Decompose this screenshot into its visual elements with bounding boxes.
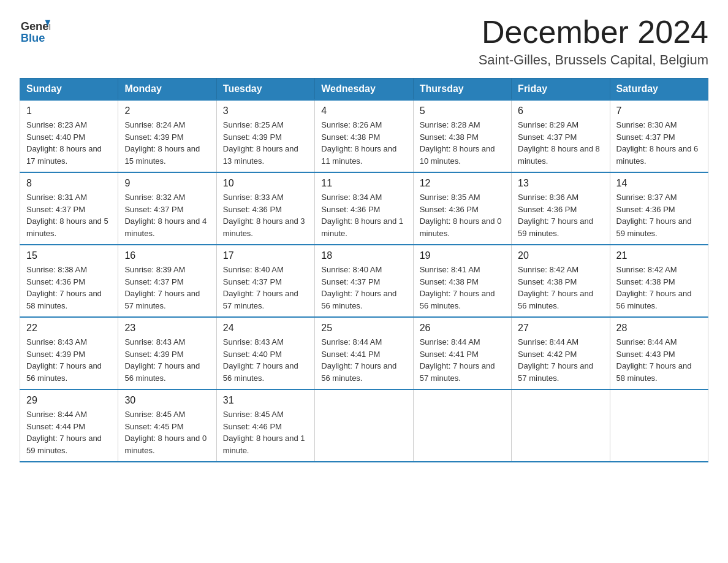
calendar-week-row: 8 Sunrise: 8:31 AMSunset: 4:37 PMDayligh… [20, 172, 708, 245]
calendar-table: SundayMondayTuesdayWednesdayThursdayFrid… [20, 78, 708, 462]
day-info: Sunrise: 8:43 AMSunset: 4:40 PMDaylight:… [223, 337, 298, 383]
calendar-cell: 17 Sunrise: 8:40 AMSunset: 4:37 PMDaylig… [216, 245, 314, 317]
month-title: December 2024 [479, 15, 708, 50]
day-number: 21 [616, 250, 702, 261]
calendar-cell: 18 Sunrise: 8:40 AMSunset: 4:37 PMDaylig… [315, 245, 413, 317]
day-number: 30 [124, 395, 210, 406]
calendar-cell: 9 Sunrise: 8:32 AMSunset: 4:37 PMDayligh… [118, 172, 216, 245]
day-info: Sunrise: 8:31 AMSunset: 4:37 PMDaylight:… [26, 193, 108, 238]
day-number: 3 [223, 105, 308, 117]
day-number: 20 [518, 250, 603, 261]
day-number: 6 [518, 105, 603, 117]
day-info: Sunrise: 8:24 AMSunset: 4:39 PMDaylight:… [124, 120, 200, 166]
day-number: 29 [26, 395, 112, 406]
day-info: Sunrise: 8:34 AMSunset: 4:36 PMDaylight:… [321, 193, 403, 238]
day-number: 9 [124, 178, 210, 189]
calendar-cell: 15 Sunrise: 8:38 AMSunset: 4:36 PMDaylig… [20, 245, 118, 317]
calendar-cell: 13 Sunrise: 8:36 AMSunset: 4:36 PMDaylig… [512, 172, 610, 245]
calendar-cell: 22 Sunrise: 8:43 AMSunset: 4:39 PMDaylig… [20, 317, 118, 389]
day-info: Sunrise: 8:44 AMSunset: 4:41 PMDaylight:… [321, 337, 396, 383]
day-info: Sunrise: 8:30 AMSunset: 4:37 PMDaylight:… [616, 120, 699, 166]
title-block: December 2024 Saint-Gilles, Brussels Cap… [479, 15, 708, 68]
day-info: Sunrise: 8:32 AMSunset: 4:37 PMDaylight:… [124, 193, 207, 238]
day-info: Sunrise: 8:33 AMSunset: 4:36 PMDaylight:… [223, 193, 305, 238]
weekday-header-sunday: Sunday [20, 79, 118, 101]
day-number: 15 [26, 250, 112, 261]
calendar-cell: 14 Sunrise: 8:37 AMSunset: 4:36 PMDaylig… [610, 172, 708, 245]
calendar-cell: 23 Sunrise: 8:43 AMSunset: 4:39 PMDaylig… [118, 317, 216, 389]
calendar-cell: 29 Sunrise: 8:44 AMSunset: 4:44 PMDaylig… [20, 389, 118, 462]
calendar-week-row: 29 Sunrise: 8:44 AMSunset: 4:44 PMDaylig… [20, 389, 708, 462]
calendar-cell: 10 Sunrise: 8:33 AMSunset: 4:36 PMDaylig… [216, 172, 314, 245]
calendar-cell: 19 Sunrise: 8:41 AMSunset: 4:38 PMDaylig… [413, 245, 511, 317]
day-info: Sunrise: 8:25 AMSunset: 4:39 PMDaylight:… [223, 120, 298, 166]
day-info: Sunrise: 8:23 AMSunset: 4:40 PMDaylight:… [26, 120, 102, 166]
calendar-cell: 24 Sunrise: 8:43 AMSunset: 4:40 PMDaylig… [216, 317, 314, 389]
day-info: Sunrise: 8:39 AMSunset: 4:37 PMDaylight:… [124, 265, 200, 310]
day-number: 28 [616, 323, 702, 334]
calendar-cell: 6 Sunrise: 8:29 AMSunset: 4:37 PMDayligh… [512, 100, 610, 172]
logo: General Blue [20, 15, 53, 45]
location-title: Saint-Gilles, Brussels Capital, Belgium [479, 52, 708, 68]
day-number: 7 [616, 105, 702, 117]
calendar-cell: 25 Sunrise: 8:44 AMSunset: 4:41 PMDaylig… [315, 317, 413, 389]
logo-icon: General Blue [20, 15, 50, 45]
calendar-cell: 30 Sunrise: 8:45 AMSunset: 4:45 PMDaylig… [118, 389, 216, 462]
calendar-cell: 16 Sunrise: 8:39 AMSunset: 4:37 PMDaylig… [118, 245, 216, 317]
day-number: 10 [223, 178, 308, 189]
calendar-cell: 20 Sunrise: 8:42 AMSunset: 4:38 PMDaylig… [512, 245, 610, 317]
weekday-header-friday: Friday [512, 79, 610, 101]
calendar-cell: 2 Sunrise: 8:24 AMSunset: 4:39 PMDayligh… [118, 100, 216, 172]
day-info: Sunrise: 8:44 AMSunset: 4:42 PMDaylight:… [518, 337, 593, 383]
day-number: 18 [321, 250, 406, 261]
day-info: Sunrise: 8:40 AMSunset: 4:37 PMDaylight:… [321, 265, 396, 310]
calendar-cell: 31 Sunrise: 8:45 AMSunset: 4:46 PMDaylig… [216, 389, 314, 462]
day-number: 22 [26, 323, 112, 334]
day-info: Sunrise: 8:40 AMSunset: 4:37 PMDaylight:… [223, 265, 298, 310]
calendar-cell: 12 Sunrise: 8:35 AMSunset: 4:36 PMDaylig… [413, 172, 511, 245]
day-info: Sunrise: 8:29 AMSunset: 4:37 PMDaylight:… [518, 120, 600, 166]
day-info: Sunrise: 8:45 AMSunset: 4:46 PMDaylight:… [223, 410, 305, 455]
calendar-cell: 27 Sunrise: 8:44 AMSunset: 4:42 PMDaylig… [512, 317, 610, 389]
day-number: 14 [616, 178, 702, 189]
weekday-header-wednesday: Wednesday [315, 79, 413, 101]
day-number: 8 [26, 178, 112, 189]
calendar-cell: 3 Sunrise: 8:25 AMSunset: 4:39 PMDayligh… [216, 100, 314, 172]
day-info: Sunrise: 8:37 AMSunset: 4:36 PMDaylight:… [616, 193, 692, 238]
day-number: 11 [321, 178, 406, 189]
day-info: Sunrise: 8:44 AMSunset: 4:43 PMDaylight:… [616, 337, 692, 383]
day-info: Sunrise: 8:28 AMSunset: 4:38 PMDaylight:… [420, 120, 495, 166]
day-info: Sunrise: 8:42 AMSunset: 4:38 PMDaylight:… [518, 265, 593, 310]
calendar-cell [413, 389, 511, 462]
day-info: Sunrise: 8:35 AMSunset: 4:36 PMDaylight:… [420, 193, 502, 238]
calendar-cell: 7 Sunrise: 8:30 AMSunset: 4:37 PMDayligh… [610, 100, 708, 172]
calendar-cell: 26 Sunrise: 8:44 AMSunset: 4:41 PMDaylig… [413, 317, 511, 389]
weekday-header-saturday: Saturday [610, 79, 708, 101]
calendar-cell: 21 Sunrise: 8:42 AMSunset: 4:38 PMDaylig… [610, 245, 708, 317]
day-number: 17 [223, 250, 308, 261]
calendar-week-row: 15 Sunrise: 8:38 AMSunset: 4:36 PMDaylig… [20, 245, 708, 317]
day-number: 23 [124, 323, 210, 334]
day-number: 5 [420, 105, 505, 117]
day-info: Sunrise: 8:36 AMSunset: 4:36 PMDaylight:… [518, 193, 593, 238]
day-number: 12 [420, 178, 505, 189]
page-header: General Blue December 2024 Saint-Gilles,… [20, 15, 708, 68]
day-number: 2 [124, 105, 210, 117]
day-number: 4 [321, 105, 406, 117]
weekday-header-monday: Monday [118, 79, 216, 101]
calendar-cell: 8 Sunrise: 8:31 AMSunset: 4:37 PMDayligh… [20, 172, 118, 245]
day-number: 25 [321, 323, 406, 334]
svg-text:Blue: Blue [21, 31, 45, 44]
calendar-cell: 28 Sunrise: 8:44 AMSunset: 4:43 PMDaylig… [610, 317, 708, 389]
day-info: Sunrise: 8:44 AMSunset: 4:41 PMDaylight:… [420, 337, 495, 383]
day-info: Sunrise: 8:38 AMSunset: 4:36 PMDaylight:… [26, 265, 102, 310]
calendar-cell: 11 Sunrise: 8:34 AMSunset: 4:36 PMDaylig… [315, 172, 413, 245]
day-info: Sunrise: 8:41 AMSunset: 4:38 PMDaylight:… [420, 265, 495, 310]
day-number: 24 [223, 323, 308, 334]
calendar-week-row: 22 Sunrise: 8:43 AMSunset: 4:39 PMDaylig… [20, 317, 708, 389]
day-number: 16 [124, 250, 210, 261]
calendar-cell [610, 389, 708, 462]
day-info: Sunrise: 8:26 AMSunset: 4:38 PMDaylight:… [321, 120, 396, 166]
day-number: 27 [518, 323, 603, 334]
day-info: Sunrise: 8:43 AMSunset: 4:39 PMDaylight:… [124, 337, 200, 383]
